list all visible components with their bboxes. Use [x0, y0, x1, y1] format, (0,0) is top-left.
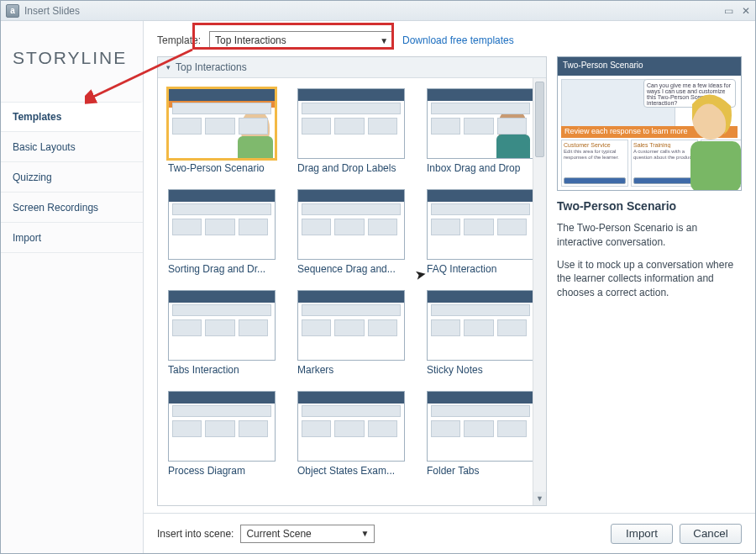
template-scroll-area: Two-Person ScenarioDrag and Drop LabelsI…	[158, 78, 546, 505]
preview-choice-1: Customer Service Edit this area for typi…	[561, 140, 628, 187]
template-label: Markers	[297, 364, 405, 376]
window-title: Insert Slides	[24, 5, 724, 17]
sidebar: STORYLINE Templates Basic Layouts Quizzi…	[1, 21, 144, 553]
template-thumbnail[interactable]	[297, 189, 405, 260]
scroll-down-icon[interactable]: ▼	[533, 492, 546, 505]
template-thumbnail[interactable]	[427, 290, 534, 361]
main-panel: Template: Top Interactions ▼ Download fr…	[144, 21, 755, 553]
template-item[interactable]: Inbox Drag and Drop	[427, 88, 536, 174]
template-thumbnail[interactable]	[297, 290, 405, 361]
template-group-header[interactable]: ▾ Top Interactions	[158, 57, 546, 78]
template-thumbnail[interactable]	[297, 88, 405, 159]
sidebar-item-label: Basic Layouts	[13, 141, 76, 153]
titlebar: a Insert Slides ▭ ✕	[1, 1, 755, 21]
sidebar-item-label: Quizzing	[13, 171, 52, 183]
template-thumbnail[interactable]	[168, 391, 276, 462]
template-item[interactable]: Sticky Notes	[427, 290, 536, 376]
preview-description-1: The Two-Person Scenario is an interactiv…	[557, 221, 742, 250]
insert-scene-value: Current Scene	[246, 528, 311, 540]
preview-thumbnail: Two-Person Scenario Can you give me a fe…	[557, 56, 742, 191]
sidebar-item-import[interactable]: Import	[1, 223, 143, 253]
brand-label: STORYLINE	[1, 21, 143, 102]
sidebar-item-label: Templates	[13, 111, 61, 123]
preview-choice-1-button	[564, 177, 626, 184]
insert-slides-dialog: a Insert Slides ▭ ✕ STORYLINE Templates …	[0, 0, 756, 554]
sidebar-item-templates[interactable]: Templates	[1, 102, 143, 132]
template-item[interactable]: Sequence Drag and...	[297, 189, 407, 275]
sidebar-item-label: Screen Recordings	[13, 202, 98, 214]
sidebar-item-basic-layouts[interactable]: Basic Layouts	[1, 132, 143, 162]
preview-title: Two-Person Scenario	[557, 199, 742, 213]
import-button[interactable]: Import	[611, 524, 673, 544]
sidebar-item-screen-recordings[interactable]: Screen Recordings	[1, 193, 143, 223]
template-item[interactable]: Markers	[297, 290, 407, 376]
template-thumbnail[interactable]	[168, 290, 276, 361]
preview-description-2: Use it to mock up a conversation where t…	[557, 258, 742, 300]
template-label: Process Diagram	[168, 465, 276, 477]
chevron-down-icon: ▼	[380, 36, 388, 45]
template-dropdown[interactable]: Top Interactions ▼	[209, 31, 394, 50]
template-item[interactable]: Sorting Drag and Dr...	[168, 189, 277, 275]
template-gallery: ▾ Top Interactions Two-Person ScenarioDr…	[157, 56, 547, 506]
download-templates-link[interactable]: Download free templates	[402, 34, 514, 46]
chevron-down-icon: ▼	[360, 529, 369, 538]
template-thumbnail[interactable]	[297, 391, 405, 462]
close-icon[interactable]: ✕	[742, 5, 750, 17]
cancel-button[interactable]: Cancel	[680, 524, 742, 544]
sidebar-item-label: Import	[13, 232, 41, 244]
preview-panel: Two-Person Scenario Can you give me a fe…	[557, 56, 742, 506]
insert-scene-dropdown[interactable]: Current Scene ▼	[240, 525, 375, 543]
scrollbar-thumb[interactable]	[535, 82, 544, 157]
template-item[interactable]: Object States Exam...	[297, 391, 407, 477]
preview-header-bar: Two-Person Scenario	[558, 57, 741, 76]
preview-character-icon	[675, 89, 741, 190]
preview-choice-1-text: Edit this area for typical responses of …	[564, 149, 626, 160]
template-label: Sorting Drag and Dr...	[168, 263, 276, 275]
svg-rect-2	[690, 141, 741, 190]
template-item[interactable]: Two-Person Scenario	[168, 88, 277, 174]
template-item[interactable]: FAQ Interaction	[427, 189, 536, 275]
template-label: Folder Tabs	[427, 465, 534, 477]
dialog-footer: Insert into scene: Current Scene ▼ Impor…	[144, 513, 755, 553]
template-label: Inbox Drag and Drop	[427, 162, 534, 174]
template-item[interactable]: Tabs Interaction	[168, 290, 277, 376]
template-label: Drag and Drop Labels	[297, 162, 405, 174]
group-header-label: Top Interactions	[176, 61, 247, 73]
template-label: Tabs Interaction	[168, 364, 276, 376]
app-icon: a	[6, 4, 19, 18]
template-dropdown-value: Top Interactions	[215, 34, 286, 46]
sidebar-item-quizzing[interactable]: Quizzing	[1, 162, 143, 193]
template-thumbnail[interactable]	[427, 391, 534, 462]
template-thumbnail[interactable]	[427, 88, 534, 159]
preview-choice-1-title: Customer Service	[564, 142, 626, 148]
template-thumbnail[interactable]	[168, 88, 276, 159]
template-item[interactable]: Process Diagram	[168, 391, 277, 477]
template-label: Template:	[157, 34, 201, 46]
template-thumbnail[interactable]	[427, 189, 534, 260]
template-label: Sticky Notes	[427, 364, 534, 376]
preview-choice-columns: Customer Service Edit this area for typi…	[561, 140, 674, 187]
template-label: FAQ Interaction	[427, 263, 534, 275]
template-item[interactable]: Folder Tabs	[427, 391, 536, 477]
template-item[interactable]: Drag and Drop Labels	[297, 88, 407, 174]
restore-icon[interactable]: ▭	[724, 5, 733, 17]
template-label: Sequence Drag and...	[297, 263, 405, 275]
template-thumbnail[interactable]	[168, 189, 276, 260]
template-label: Two-Person Scenario	[168, 162, 276, 174]
collapse-icon: ▾	[166, 63, 171, 71]
vertical-scrollbar[interactable]: ▼	[533, 78, 546, 505]
toolbar: Template: Top Interactions ▼ Download fr…	[157, 31, 742, 50]
insert-scene-label: Insert into scene:	[157, 528, 234, 540]
template-label: Object States Exam...	[297, 465, 405, 477]
